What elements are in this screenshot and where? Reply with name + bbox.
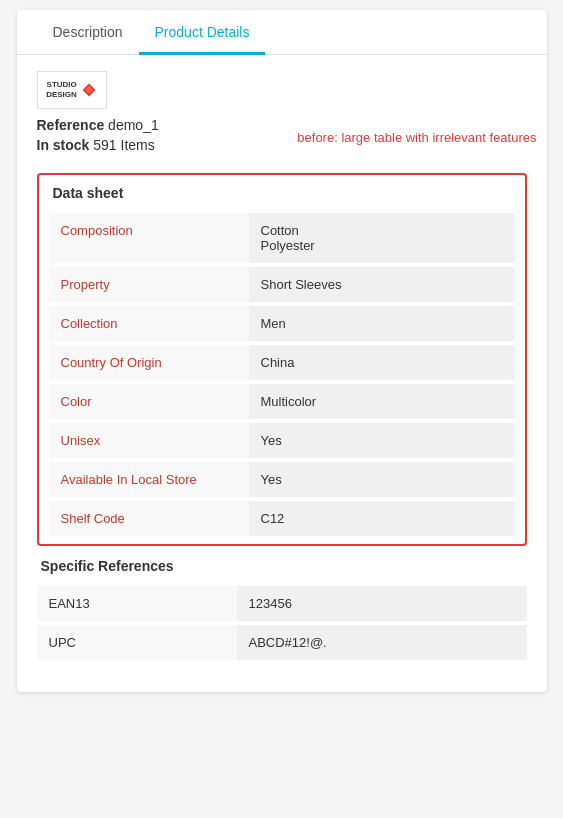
- data-row-value: Multicolor: [249, 384, 515, 419]
- data-row-value: Cotton Polyester: [249, 213, 515, 263]
- brand-logo: STUDIO DESIGN: [37, 71, 107, 109]
- data-row: ColorMulticolor: [49, 384, 515, 419]
- tab-product-details[interactable]: Product Details: [139, 10, 266, 55]
- data-row: Shelf CodeC12: [49, 501, 515, 536]
- data-row-label: Country Of Origin: [49, 345, 249, 380]
- data-sheet-section: Data sheet CompositionCotton PolyesterPr…: [37, 173, 527, 546]
- logo-diamond-icon: [81, 82, 97, 98]
- data-row-label: Shelf Code: [49, 501, 249, 536]
- specific-references-title: Specific References: [37, 558, 527, 582]
- data-row-value: Yes: [249, 462, 515, 497]
- product-card: Description Product Details STUDIO DESIG…: [17, 10, 547, 692]
- data-row-label: Color: [49, 384, 249, 419]
- data-row-value: Men: [249, 306, 515, 341]
- data-row: Available In Local StoreYes: [49, 462, 515, 497]
- ref-row-label: UPC: [37, 625, 237, 660]
- before-annotation: before: large table with irrelevant feat…: [297, 130, 536, 145]
- data-row-label: Collection: [49, 306, 249, 341]
- data-row-label: Composition: [49, 213, 249, 263]
- tab-description[interactable]: Description: [37, 10, 139, 55]
- data-row-value: Yes: [249, 423, 515, 458]
- tab-bar: Description Product Details: [17, 10, 547, 55]
- data-row-label: Unisex: [49, 423, 249, 458]
- data-row-value: Short Sleeves: [249, 267, 515, 302]
- specific-references-section: Specific References EAN13123456UPCABCD#1…: [37, 558, 527, 660]
- data-row-label: Available In Local Store: [49, 462, 249, 497]
- data-row: CompositionCotton Polyester: [49, 213, 515, 263]
- logo-text: STUDIO DESIGN: [46, 80, 77, 99]
- data-row: UnisexYes: [49, 423, 515, 458]
- ref-row-label: EAN13: [37, 586, 237, 621]
- data-row-value: China: [249, 345, 515, 380]
- product-meta: STUDIO DESIGN Reference demo_1 In stock …: [17, 55, 547, 161]
- data-row: Country Of OriginChina: [49, 345, 515, 380]
- data-sheet-title: Data sheet: [39, 185, 525, 209]
- data-row: PropertyShort Sleeves: [49, 267, 515, 302]
- ref-row: EAN13123456: [37, 586, 527, 621]
- data-row-label: Property: [49, 267, 249, 302]
- data-row-value: C12: [249, 501, 515, 536]
- ref-row-value: 123456: [237, 586, 527, 621]
- data-row: CollectionMen: [49, 306, 515, 341]
- ref-row: UPCABCD#12!@.: [37, 625, 527, 660]
- ref-row-value: ABCD#12!@.: [237, 625, 527, 660]
